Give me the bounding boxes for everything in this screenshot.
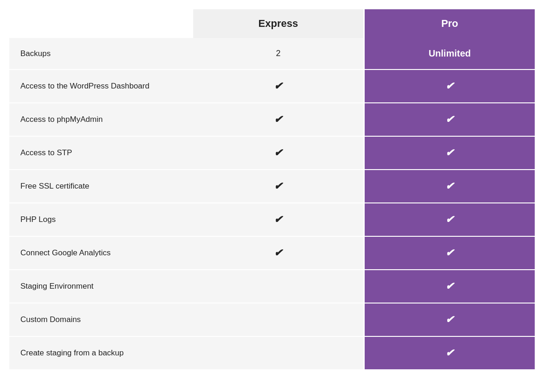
check-icon: ✔ (274, 247, 282, 259)
table-row: Connect Google Analytics✔✔ (9, 236, 535, 270)
pro-header-label: Pro (441, 18, 458, 29)
header-express-col: Express (193, 9, 364, 38)
comparison-table: Express Pro Backups2UnlimitedAccess to t… (9, 9, 535, 370)
check-icon: ✔ (274, 80, 282, 92)
check-icon: ✔ (274, 180, 282, 192)
check-icon-white: ✔ (445, 80, 454, 92)
feature-cell-4: Free SSL certificate (9, 170, 193, 203)
table-row: Access to STP✔✔ (9, 136, 535, 170)
check-icon-white: ✔ (445, 347, 454, 359)
express-cell-4: ✔ (193, 170, 364, 203)
express-cell-7 (193, 270, 364, 303)
check-icon-white: ✔ (445, 180, 454, 192)
pro-cell-8: ✔ (364, 303, 535, 336)
express-value: 2 (276, 49, 280, 58)
express-cell-0: 2 (193, 38, 364, 70)
express-cell-9 (193, 336, 364, 370)
pro-cell-2: ✔ (364, 103, 535, 136)
table-row: Custom Domains✔ (9, 303, 535, 336)
feature-cell-9: Create staging from a backup (9, 336, 193, 370)
express-cell-3: ✔ (193, 136, 364, 170)
feature-cell-8: Custom Domains (9, 303, 193, 336)
feature-cell-6: Connect Google Analytics (9, 236, 193, 270)
feature-cell-3: Access to STP (9, 136, 193, 170)
check-icon-white: ✔ (445, 314, 454, 325)
table-row: Create staging from a backup✔ (9, 336, 535, 370)
pro-cell-9: ✔ (364, 336, 535, 370)
table-row: Backups2Unlimited (9, 38, 535, 70)
pro-cell-5: ✔ (364, 203, 535, 236)
feature-cell-7: Staging Environment (9, 270, 193, 303)
check-icon-white: ✔ (445, 247, 454, 259)
pro-cell-0: Unlimited (364, 38, 535, 70)
feature-cell-5: PHP Logs (9, 203, 193, 236)
table-row: Access to the WordPress Dashboard✔✔ (9, 70, 535, 103)
table-row: Staging Environment✔ (9, 270, 535, 303)
express-cell-8 (193, 303, 364, 336)
check-icon: ✔ (274, 214, 282, 225)
pro-cell-1: ✔ (364, 70, 535, 103)
express-cell-2: ✔ (193, 103, 364, 136)
pro-value: Unlimited (429, 48, 471, 58)
feature-cell-1: Access to the WordPress Dashboard (9, 70, 193, 103)
table-row: Access to phpMyAdmin✔✔ (9, 103, 535, 136)
check-icon: ✔ (274, 114, 282, 125)
check-icon-white: ✔ (445, 280, 454, 292)
check-icon-white: ✔ (445, 147, 454, 158)
pro-cell-4: ✔ (364, 170, 535, 203)
table-row: Free SSL certificate✔✔ (9, 170, 535, 203)
header-feature-col (9, 9, 193, 38)
check-icon-white: ✔ (445, 114, 454, 125)
check-icon-white: ✔ (445, 214, 454, 225)
express-header-label: Express (259, 18, 298, 29)
express-cell-6: ✔ (193, 236, 364, 270)
header-pro-col: Pro (364, 9, 535, 38)
pro-cell-3: ✔ (364, 136, 535, 170)
express-cell-5: ✔ (193, 203, 364, 236)
check-icon: ✔ (274, 147, 282, 158)
express-cell-1: ✔ (193, 70, 364, 103)
pro-cell-6: ✔ (364, 236, 535, 270)
feature-cell-2: Access to phpMyAdmin (9, 103, 193, 136)
feature-cell-0: Backups (9, 38, 193, 70)
table-row: PHP Logs✔✔ (9, 203, 535, 236)
pro-cell-7: ✔ (364, 270, 535, 303)
